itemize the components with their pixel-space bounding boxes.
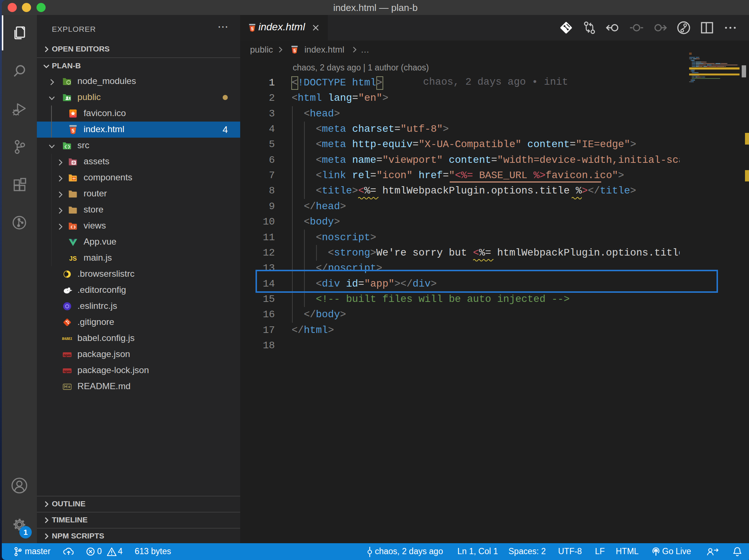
svg-text:5: 5: [251, 26, 254, 31]
svg-text:npm: npm: [64, 369, 71, 373]
svg-text:5: 5: [72, 128, 74, 134]
svg-text:5: 5: [293, 48, 296, 53]
svg-text:JS: JS: [69, 255, 77, 262]
svg-text:BABEL: BABEL: [62, 337, 72, 341]
svg-text:npm: npm: [64, 353, 71, 357]
